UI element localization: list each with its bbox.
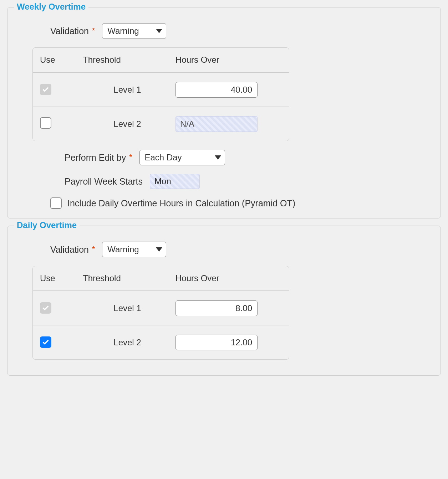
hours-over-na-level2: N/A bbox=[175, 116, 258, 132]
label-text: Perform Edit by bbox=[65, 153, 126, 163]
required-asterisk-icon: * bbox=[92, 244, 95, 253]
payroll-week-row: Payroll Week Starts Mon bbox=[65, 174, 433, 189]
label-text: Validation bbox=[50, 26, 89, 36]
include-pyramid-label: Include Daily Overtime Hours in Calculat… bbox=[67, 198, 295, 208]
cell-threshold: Level 1 bbox=[83, 85, 172, 95]
chevron-down-icon bbox=[156, 247, 162, 252]
include-pyramid-row: Include Daily Overtime Hours in Calculat… bbox=[50, 197, 433, 209]
weekly-validation-select[interactable]: Warning bbox=[102, 23, 166, 39]
table-row: Level 1 bbox=[33, 72, 289, 107]
header-use: Use bbox=[40, 55, 83, 65]
weekly-validation-label: Validation * bbox=[50, 26, 95, 36]
check-icon bbox=[42, 338, 50, 346]
cell-hours bbox=[172, 300, 282, 316]
include-pyramid-checkbox[interactable] bbox=[50, 197, 62, 209]
cell-use bbox=[40, 117, 83, 131]
cell-use bbox=[40, 302, 83, 314]
daily-overtime-group: Daily Overtime Validation * Warning Use … bbox=[7, 226, 441, 376]
weekly-overtime-legend: Weekly Overtime bbox=[14, 2, 88, 12]
select-value: Warning bbox=[107, 244, 139, 254]
cell-threshold: Level 1 bbox=[83, 303, 172, 313]
hours-over-input-level1[interactable] bbox=[175, 82, 258, 98]
table-header: Use Threshold Hours Over bbox=[33, 48, 289, 72]
select-value: Warning bbox=[107, 26, 139, 36]
header-threshold: Threshold bbox=[83, 273, 172, 283]
use-checkbox-level2[interactable] bbox=[40, 117, 51, 129]
payroll-week-starts-label: Payroll Week Starts bbox=[65, 176, 143, 187]
table-header: Use Threshold Hours Over bbox=[33, 266, 289, 291]
use-checkbox-daily-level2[interactable] bbox=[40, 336, 51, 348]
daily-validation-select[interactable]: Warning bbox=[102, 242, 166, 257]
cell-use bbox=[40, 336, 83, 348]
table-row: Level 2 bbox=[33, 325, 289, 359]
daily-threshold-table: Use Threshold Hours Over Level 1 Level 2 bbox=[32, 266, 289, 360]
daily-validation-label: Validation * bbox=[50, 244, 95, 255]
required-asterisk-icon: * bbox=[129, 153, 132, 161]
chevron-down-icon bbox=[215, 155, 221, 160]
header-hours-over: Hours Over bbox=[172, 273, 282, 283]
cell-threshold: Level 2 bbox=[83, 338, 172, 347]
cell-use bbox=[40, 84, 83, 96]
header-use: Use bbox=[40, 273, 83, 283]
weekly-validation-row: Validation * Warning bbox=[50, 23, 433, 39]
header-hours-over: Hours Over bbox=[172, 55, 282, 65]
cell-threshold: Level 2 bbox=[83, 119, 172, 129]
required-asterisk-icon: * bbox=[92, 26, 95, 35]
select-value: Each Day bbox=[145, 153, 182, 163]
cell-hours bbox=[172, 82, 282, 98]
table-row: Level 1 bbox=[33, 291, 289, 325]
cell-hours bbox=[172, 335, 282, 350]
weekly-threshold-table: Use Threshold Hours Over Level 1 Level 2… bbox=[32, 47, 289, 141]
hours-over-input-daily-level2[interactable] bbox=[175, 335, 258, 350]
header-threshold: Threshold bbox=[83, 55, 172, 65]
weekly-overtime-group: Weekly Overtime Validation * Warning Use… bbox=[7, 7, 441, 218]
perform-edit-by-label: Perform Edit by * bbox=[65, 153, 132, 163]
cell-hours: N/A bbox=[172, 116, 282, 132]
use-checkbox-daily-level1 bbox=[40, 302, 51, 314]
payroll-week-starts-value: Mon bbox=[150, 174, 200, 189]
check-icon bbox=[42, 304, 50, 312]
table-row: Level 2 N/A bbox=[33, 107, 289, 141]
chevron-down-icon bbox=[156, 29, 162, 33]
label-text: Validation bbox=[50, 244, 89, 254]
perform-edit-by-select[interactable]: Each Day bbox=[139, 150, 225, 165]
perform-edit-row: Perform Edit by * Each Day bbox=[65, 150, 433, 165]
daily-validation-row: Validation * Warning bbox=[50, 242, 433, 257]
check-icon bbox=[42, 86, 50, 93]
daily-overtime-legend: Daily Overtime bbox=[14, 220, 80, 230]
use-checkbox-level1 bbox=[40, 84, 51, 95]
hours-over-input-daily-level1[interactable] bbox=[175, 300, 258, 316]
